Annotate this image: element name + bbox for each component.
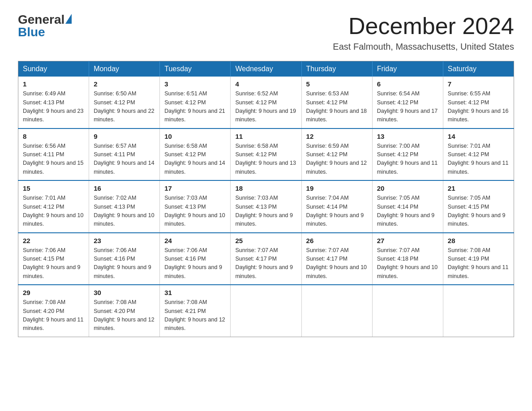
day-info: Sunrise: 6:49 AMSunset: 4:13 PMDaylight:… bbox=[23, 90, 84, 124]
day-info: Sunrise: 6:56 AMSunset: 4:11 PMDaylight:… bbox=[23, 142, 84, 177]
day-info: Sunrise: 6:59 AMSunset: 4:12 PMDaylight:… bbox=[306, 142, 368, 177]
day-number: 29 bbox=[23, 289, 84, 296]
day-info: Sunrise: 7:02 AMSunset: 4:13 PMDaylight:… bbox=[94, 194, 155, 229]
day-info: Sunrise: 6:55 AMSunset: 4:12 PMDaylight:… bbox=[448, 90, 509, 124]
table-row: 4 Sunrise: 6:52 AMSunset: 4:12 PMDayligh… bbox=[231, 77, 301, 128]
header-tuesday: Tuesday bbox=[160, 61, 231, 77]
table-row: 5 Sunrise: 6:53 AMSunset: 4:12 PMDayligh… bbox=[301, 77, 372, 128]
day-info: Sunrise: 7:01 AMSunset: 4:12 PMDaylight:… bbox=[23, 194, 84, 229]
table-row: 28 Sunrise: 7:08 AMSunset: 4:19 PMDaylig… bbox=[443, 233, 514, 285]
day-info: Sunrise: 6:53 AMSunset: 4:12 PMDaylight:… bbox=[306, 90, 368, 124]
day-info: Sunrise: 7:04 AMSunset: 4:14 PMDaylight:… bbox=[306, 194, 368, 229]
day-number: 23 bbox=[94, 237, 155, 244]
day-number: 22 bbox=[23, 237, 84, 244]
table-row: 10 Sunrise: 6:58 AMSunset: 4:12 PMDaylig… bbox=[160, 128, 231, 181]
logo: General Blue bbox=[18, 13, 72, 39]
table-row bbox=[231, 285, 301, 337]
day-number: 17 bbox=[164, 184, 226, 192]
day-info: Sunrise: 7:05 AMSunset: 4:14 PMDaylight:… bbox=[377, 194, 438, 229]
day-number: 27 bbox=[377, 237, 438, 244]
day-number: 14 bbox=[448, 133, 509, 140]
day-info: Sunrise: 7:03 AMSunset: 4:13 PMDaylight:… bbox=[164, 194, 226, 229]
day-number: 7 bbox=[448, 80, 509, 88]
day-info: Sunrise: 6:57 AMSunset: 4:11 PMDaylight:… bbox=[94, 142, 155, 177]
table-row: 31 Sunrise: 7:08 AMSunset: 4:21 PMDaylig… bbox=[160, 285, 231, 337]
day-info: Sunrise: 7:05 AMSunset: 4:15 PMDaylight:… bbox=[448, 194, 509, 229]
day-number: 16 bbox=[94, 184, 155, 192]
day-number: 10 bbox=[164, 133, 226, 140]
day-info: Sunrise: 7:06 AMSunset: 4:16 PMDaylight:… bbox=[164, 246, 226, 281]
table-row: 22 Sunrise: 7:06 AMSunset: 4:15 PMDaylig… bbox=[18, 233, 89, 285]
calendar-table: Sunday Monday Tuesday Wednesday Thursday… bbox=[18, 61, 514, 337]
day-info: Sunrise: 7:08 AMSunset: 4:19 PMDaylight:… bbox=[448, 246, 509, 281]
day-info: Sunrise: 7:03 AMSunset: 4:13 PMDaylight:… bbox=[235, 194, 296, 229]
day-number: 13 bbox=[377, 133, 438, 140]
table-row bbox=[372, 285, 443, 337]
table-row: 27 Sunrise: 7:07 AMSunset: 4:18 PMDaylig… bbox=[372, 233, 443, 285]
day-info: Sunrise: 6:50 AMSunset: 4:12 PMDaylight:… bbox=[94, 90, 155, 124]
table-row: 7 Sunrise: 6:55 AMSunset: 4:12 PMDayligh… bbox=[443, 77, 514, 128]
day-number: 6 bbox=[377, 80, 438, 88]
day-info: Sunrise: 7:07 AMSunset: 4:17 PMDaylight:… bbox=[306, 246, 368, 281]
table-row: 21 Sunrise: 7:05 AMSunset: 4:15 PMDaylig… bbox=[443, 180, 514, 233]
location-subtitle: East Falmouth, Massachusetts, United Sta… bbox=[333, 42, 514, 52]
day-number: 20 bbox=[377, 184, 438, 192]
table-row: 17 Sunrise: 7:03 AMSunset: 4:13 PMDaylig… bbox=[160, 180, 231, 233]
month-title: December 2024 bbox=[333, 13, 514, 39]
calendar-week-row: 29 Sunrise: 7:08 AMSunset: 4:20 PMDaylig… bbox=[18, 285, 514, 337]
day-number: 2 bbox=[94, 80, 155, 88]
logo-general: General bbox=[18, 13, 64, 26]
header-friday: Friday bbox=[372, 61, 443, 77]
header-sunday: Sunday bbox=[18, 61, 89, 77]
header-wednesday: Wednesday bbox=[231, 61, 301, 77]
day-number: 28 bbox=[448, 237, 509, 244]
table-row: 20 Sunrise: 7:05 AMSunset: 4:14 PMDaylig… bbox=[372, 180, 443, 233]
day-info: Sunrise: 7:07 AMSunset: 4:18 PMDaylight:… bbox=[377, 246, 438, 281]
table-row: 26 Sunrise: 7:07 AMSunset: 4:17 PMDaylig… bbox=[301, 233, 372, 285]
title-section: December 2024 East Falmouth, Massachuset… bbox=[333, 13, 514, 52]
table-row: 14 Sunrise: 7:01 AMSunset: 4:12 PMDaylig… bbox=[443, 128, 514, 181]
day-number: 24 bbox=[164, 237, 226, 244]
day-number: 9 bbox=[94, 133, 155, 140]
table-row: 2 Sunrise: 6:50 AMSunset: 4:12 PMDayligh… bbox=[89, 77, 160, 128]
table-row bbox=[301, 285, 372, 337]
table-row: 13 Sunrise: 7:00 AMSunset: 4:12 PMDaylig… bbox=[372, 128, 443, 181]
day-number: 12 bbox=[306, 133, 368, 140]
table-row: 30 Sunrise: 7:08 AMSunset: 4:20 PMDaylig… bbox=[89, 285, 160, 337]
day-info: Sunrise: 7:07 AMSunset: 4:17 PMDaylight:… bbox=[235, 246, 296, 281]
table-row: 18 Sunrise: 7:03 AMSunset: 4:13 PMDaylig… bbox=[231, 180, 301, 233]
table-row: 25 Sunrise: 7:07 AMSunset: 4:17 PMDaylig… bbox=[231, 233, 301, 285]
table-row: 24 Sunrise: 7:06 AMSunset: 4:16 PMDaylig… bbox=[160, 233, 231, 285]
header-monday: Monday bbox=[89, 61, 160, 77]
header-thursday: Thursday bbox=[301, 61, 372, 77]
day-info: Sunrise: 6:52 AMSunset: 4:12 PMDaylight:… bbox=[235, 90, 296, 124]
day-info: Sunrise: 7:00 AMSunset: 4:12 PMDaylight:… bbox=[377, 142, 438, 177]
calendar-week-row: 15 Sunrise: 7:01 AMSunset: 4:12 PMDaylig… bbox=[18, 180, 514, 233]
table-row: 9 Sunrise: 6:57 AMSunset: 4:11 PMDayligh… bbox=[89, 128, 160, 181]
day-number: 8 bbox=[23, 133, 84, 140]
calendar-header-row: Sunday Monday Tuesday Wednesday Thursday… bbox=[18, 61, 514, 77]
table-row: 6 Sunrise: 6:54 AMSunset: 4:12 PMDayligh… bbox=[372, 77, 443, 128]
day-number: 1 bbox=[23, 80, 84, 88]
day-info: Sunrise: 7:06 AMSunset: 4:16 PMDaylight:… bbox=[94, 246, 155, 281]
table-row: 3 Sunrise: 6:51 AMSunset: 4:12 PMDayligh… bbox=[160, 77, 231, 128]
calendar-week-row: 8 Sunrise: 6:56 AMSunset: 4:11 PMDayligh… bbox=[18, 128, 514, 181]
day-number: 11 bbox=[235, 133, 296, 140]
day-number: 5 bbox=[306, 80, 368, 88]
day-info: Sunrise: 7:08 AMSunset: 4:20 PMDaylight:… bbox=[94, 298, 155, 333]
day-info: Sunrise: 7:01 AMSunset: 4:12 PMDaylight:… bbox=[448, 142, 509, 177]
day-info: Sunrise: 6:51 AMSunset: 4:12 PMDaylight:… bbox=[164, 90, 226, 124]
table-row: 29 Sunrise: 7:08 AMSunset: 4:20 PMDaylig… bbox=[18, 285, 89, 337]
day-info: Sunrise: 7:08 AMSunset: 4:20 PMDaylight:… bbox=[23, 298, 84, 333]
day-number: 15 bbox=[23, 184, 84, 192]
calendar-week-row: 1 Sunrise: 6:49 AMSunset: 4:13 PMDayligh… bbox=[18, 77, 514, 128]
table-row: 15 Sunrise: 7:01 AMSunset: 4:12 PMDaylig… bbox=[18, 180, 89, 233]
table-row: 16 Sunrise: 7:02 AMSunset: 4:13 PMDaylig… bbox=[89, 180, 160, 233]
day-info: Sunrise: 7:08 AMSunset: 4:21 PMDaylight:… bbox=[164, 298, 226, 333]
table-row: 19 Sunrise: 7:04 AMSunset: 4:14 PMDaylig… bbox=[301, 180, 372, 233]
header-saturday: Saturday bbox=[443, 61, 514, 77]
day-info: Sunrise: 6:54 AMSunset: 4:12 PMDaylight:… bbox=[377, 90, 438, 124]
table-row: 12 Sunrise: 6:59 AMSunset: 4:12 PMDaylig… bbox=[301, 128, 372, 181]
logo-blue: Blue bbox=[18, 25, 45, 39]
calendar-week-row: 22 Sunrise: 7:06 AMSunset: 4:15 PMDaylig… bbox=[18, 233, 514, 285]
